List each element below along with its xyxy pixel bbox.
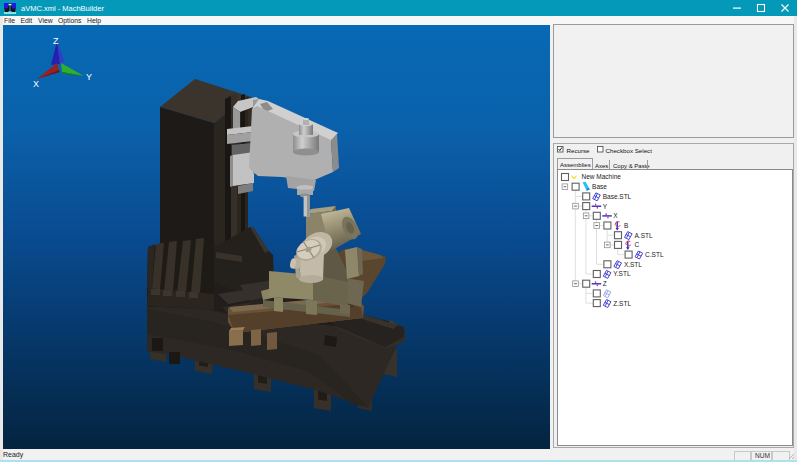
svg-text:X: X xyxy=(613,212,618,219)
svg-text:Z: Z xyxy=(603,280,607,287)
svg-text:X: X xyxy=(33,79,39,89)
svg-text:Z.STL: Z.STL xyxy=(613,300,631,307)
svg-text:B: B xyxy=(624,222,628,229)
svg-text:C: C xyxy=(635,241,640,248)
svg-text:Y.STL: Y.STL xyxy=(613,270,631,277)
svg-text:Y: Y xyxy=(603,203,608,210)
svg-text:Y: Y xyxy=(86,72,92,82)
svg-text:Z: Z xyxy=(53,36,59,46)
svg-text:C.STL: C.STL xyxy=(645,251,664,258)
svg-text:Base: Base xyxy=(592,183,607,190)
svg-text:Base.STL: Base.STL xyxy=(603,193,632,200)
svg-text:New Machine: New Machine xyxy=(582,173,622,180)
svg-text:X.STL: X.STL xyxy=(624,261,642,268)
svg-text:A.STL: A.STL xyxy=(635,232,653,239)
